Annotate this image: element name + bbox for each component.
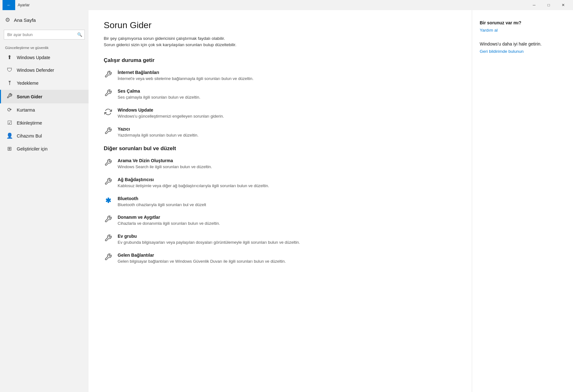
section1-title: Çalışır duruma getir — [104, 57, 457, 64]
sidebar-home-label: Ana Sayfa — [14, 17, 36, 23]
title-bar-title: Ayarlar — [18, 3, 30, 7]
troubleshoot-ses-text: Ses Çalma Ses çalmayla ilgili sorunları … — [118, 89, 200, 101]
troubleshoot-ag-text: Ağ Bağdaştırıcısı Kablosuz iletişimle ve… — [118, 177, 269, 189]
troubleshoot-donanim-text: Donanım ve Aygıtlar Cihazlarla ve donanı… — [118, 215, 220, 227]
troubleshoot-internet-title: İnternet Bağlantıları — [118, 70, 254, 75]
sidebar-section-label: Güncelleştirme ve güvenlik — [0, 43, 89, 51]
troubleshoot-gelen-desc: Gelen bilgisayar bağlantıları ve Windows… — [118, 259, 286, 265]
troubleshoot-item-winupdate[interactable]: Windows Update Windows'u güncelleştirmen… — [104, 107, 457, 119]
troubleshoot-ev-text: Ev grubu Ev grubunda bilgisayarları veya… — [118, 234, 300, 246]
back-button[interactable]: ← — [3, 0, 15, 10]
troubleshoot-ses-title: Ses Çalma — [118, 89, 200, 94]
troubleshoot-item-yazici[interactable]: Yazıcı Yazdırmayla ilgili sorunları bulu… — [104, 126, 457, 138]
wrench-icon-arama — [104, 159, 113, 168]
search-input[interactable] — [4, 30, 85, 40]
windows-defender-icon: 🛡 — [6, 67, 13, 73]
wrench-icon-internet — [104, 70, 113, 80]
right-panel-question: Bir sorunuz var mı? — [480, 20, 565, 25]
troubleshoot-item-bluetooth[interactable]: ✱ Bluetooth Bluetooth cihazlarıyla ilgil… — [104, 196, 457, 208]
help-link[interactable]: Yardım al — [480, 28, 565, 33]
troubleshoot-ses-desc: Ses çalmayla ilgili sorunları bulun ve d… — [118, 95, 200, 101]
title-bar: ← Ayarlar ─ □ ✕ — [0, 0, 573, 10]
sidebar-item-label: Cihazımı Bul — [17, 133, 42, 138]
sidebar-item-windows-update[interactable]: ⬆ Windows Update — [0, 51, 89, 64]
troubleshoot-gelen-text: Gelen Bağlantılar Gelen bilgisayar bağla… — [118, 253, 286, 265]
troubleshoot-internet-text: İnternet Bağlantıları İnternet'e veya we… — [118, 70, 254, 82]
sidebar-item-label: Sorun Gider — [17, 94, 42, 99]
title-bar-controls: ─ □ ✕ — [527, 0, 570, 10]
troubleshoot-item-gelen[interactable]: Gelen Bağlantılar Gelen bilgisayar bağla… — [104, 253, 457, 265]
windows-update-icon: ⬆ — [6, 54, 13, 61]
sidebar-item-label: Kurtarma — [17, 107, 35, 113]
troubleshoot-item-internet[interactable]: İnternet Bağlantıları İnternet'e veya we… — [104, 70, 457, 82]
troubleshoot-arama-desc: Windows Search ile ilgili sorunları bulu… — [118, 164, 212, 170]
search-box: 🔍 — [4, 30, 85, 40]
wrench-icon-ag — [104, 178, 113, 187]
find-device-icon: 👤 — [6, 132, 13, 139]
sidebar: ⚙ Ana Sayfa 🔍 Güncelleştirme ve güvenlik… — [0, 10, 89, 392]
troubleshoot-donanim-desc: Cihazlarla ve donanımla ilgili sorunları… — [118, 221, 220, 227]
wrench-icon-gelen — [104, 253, 113, 263]
troubleshoot-winupdate-text: Windows Update Windows'u güncelleştirmen… — [118, 107, 224, 119]
sidebar-item-label: Etkinleştirme — [17, 120, 42, 126]
update-icon-winupdate — [104, 108, 113, 118]
home-icon: ⚙ — [5, 16, 10, 23]
troubleshoot-arama-title: Arama Ve Dizin Oluşturma — [118, 158, 212, 163]
sidebar-item-sorun-gider[interactable]: Sorun Gider — [0, 90, 89, 103]
troubleshoot-item-ev-grubu[interactable]: Ev grubu Ev grubunda bilgisayarları veya… — [104, 234, 457, 246]
sidebar-item-label: Yedekleme — [17, 81, 39, 86]
backup-icon: ⤒ — [6, 80, 13, 87]
wrench-icon-donanim — [104, 215, 113, 225]
troubleshoot-yazici-desc: Yazdırmayla ilgili sorunları bulun ve dü… — [118, 132, 199, 138]
troubleshoot-bluetooth-desc: Bluetooth cihazlarıyla ilgili sorunları … — [118, 202, 206, 208]
troubleshoot-ev-desc: Ev grubunda bilgisayarları veya paylaşıl… — [118, 240, 300, 246]
page-description: Bir şey çalışmıyorsa sorun gidericisini … — [104, 35, 319, 48]
troubleshoot-item-ag[interactable]: Ağ Bağdaştırıcısı Kablosuz iletişimle ve… — [104, 177, 457, 189]
troubleshoot-ag-desc: Kablosuz iletişimle veya diğer ağ bağdaş… — [118, 183, 269, 189]
sidebar-item-etkinlestirme[interactable]: ☑ Etkinleştirme — [0, 116, 89, 129]
sidebar-item-windows-defender[interactable]: 🛡 Windows Defender — [0, 64, 89, 77]
maximize-button[interactable]: □ — [541, 0, 556, 10]
troubleshoot-internet-desc: İnternet'e veya web sitelerine bağlanmay… — [118, 76, 254, 82]
troubleshoot-item-ses[interactable]: Ses Çalma Ses çalmayla ilgili sorunları … — [104, 89, 457, 101]
bluetooth-icon: ✱ — [104, 197, 113, 205]
sidebar-item-yedekleme[interactable]: ⤒ Yedekleme — [0, 77, 89, 90]
sidebar-home-button[interactable]: ⚙ Ana Sayfa — [0, 13, 89, 27]
sidebar-item-label: Geliştiriciler için — [17, 146, 47, 151]
troubleshoot-bluetooth-text: Bluetooth Bluetooth cihazlarıyla ilgili … — [118, 196, 206, 208]
title-bar-left: ← Ayarlar — [3, 0, 30, 10]
wrench-icon-ses — [104, 89, 113, 99]
right-panel: Bir sorunuz var mı? Yardım al Windows'u … — [472, 10, 573, 392]
troubleshoot-yazici-title: Yazıcı — [118, 126, 199, 132]
search-icon: 🔍 — [77, 32, 82, 37]
sidebar-item-kurtarma[interactable]: ⟳ Kurtarma — [0, 103, 89, 116]
section2-title: Diğer sorunları bul ve düzelt — [104, 145, 457, 152]
close-button[interactable]: ✕ — [556, 0, 570, 10]
app-container: ⚙ Ana Sayfa 🔍 Güncelleştirme ve güvenlik… — [0, 10, 573, 392]
sidebar-item-cihazimi-bul[interactable]: 👤 Cihazımı Bul — [0, 129, 89, 142]
troubleshoot-winupdate-desc: Windows'u güncelleştirmenizi engelleyen … — [118, 113, 224, 119]
recovery-icon: ⟳ — [6, 107, 13, 113]
wrench-icon-yazici — [104, 127, 113, 137]
troubleshoot-bluetooth-title: Bluetooth — [118, 196, 206, 201]
troubleshoot-ag-title: Ağ Bağdaştırıcısı — [118, 177, 269, 182]
troubleshoot-item-donanim[interactable]: Donanım ve Aygıtlar Cihazlarla ve donanı… — [104, 215, 457, 227]
wrench-icon-ev — [104, 234, 113, 244]
troubleshoot-donanim-title: Donanım ve Aygıtlar — [118, 215, 220, 220]
troubleshoot-gelen-title: Gelen Bağlantılar — [118, 253, 286, 258]
troubleshoot-winupdate-title: Windows Update — [118, 107, 224, 113]
minimize-button[interactable]: ─ — [527, 0, 541, 10]
sidebar-item-label: Windows Defender — [17, 68, 54, 73]
main-content: Sorun Gider Bir şey çalışmıyorsa sorun g… — [89, 10, 472, 392]
troubleshoot-icon — [6, 93, 13, 100]
activation-icon: ☑ — [6, 119, 13, 126]
page-title: Sorun Gider — [104, 20, 457, 30]
developer-icon: ⊞ — [6, 145, 13, 152]
troubleshoot-arama-text: Arama Ve Dizin Oluşturma Windows Search … — [118, 158, 212, 170]
feedback-link[interactable]: Geri bildirimde bulunun — [480, 49, 565, 54]
back-icon: ← — [7, 3, 11, 8]
troubleshoot-item-arama[interactable]: Arama Ve Dizin Oluşturma Windows Search … — [104, 158, 457, 170]
right-panel-subtext: Windows'u daha iyi hale getirin. — [480, 41, 565, 46]
sidebar-item-label: Windows Update — [17, 55, 50, 60]
sidebar-item-gelistiriciler[interactable]: ⊞ Geliştiriciler için — [0, 142, 89, 155]
